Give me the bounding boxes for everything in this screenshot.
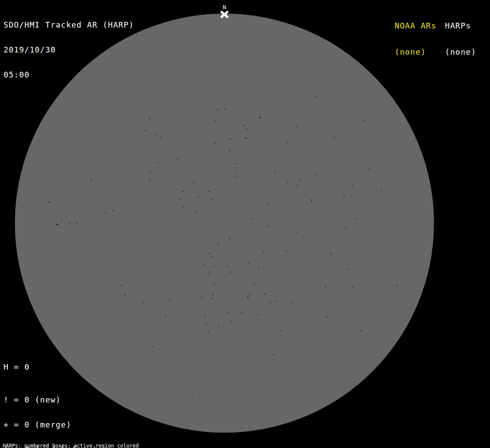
speck: [204, 265, 205, 266]
title-block: SDO/HMI Tracked AR (HARP) 2019/10/30 05:…: [4, 4, 134, 95]
speck: [145, 130, 146, 131]
observation-time: 05:00: [4, 70, 134, 79]
speck: [192, 393, 192, 394]
speck: [224, 108, 225, 109]
speck: [158, 162, 158, 163]
north-label: N: [218, 4, 231, 10]
speck: [148, 119, 149, 120]
speck: [325, 287, 326, 287]
speck: [251, 218, 252, 219]
speck: [212, 298, 213, 299]
speck: [77, 223, 77, 224]
speck: [347, 269, 348, 270]
speck: [287, 142, 287, 143]
speck: [150, 117, 150, 118]
speck: [352, 287, 353, 288]
speck: [248, 262, 249, 263]
speck: [291, 301, 292, 302]
speck: [351, 195, 352, 196]
speck: [149, 180, 150, 181]
speck: [333, 137, 334, 138]
speck: [274, 172, 275, 173]
speck: [360, 330, 361, 331]
speck: [280, 330, 281, 331]
speck: [230, 139, 231, 140]
solar-harp-map: SDO/HMI Tracked AR (HARP) 2019/10/30 05:…: [0, 0, 490, 448]
speck: [196, 211, 197, 212]
speck: [49, 201, 49, 203]
footer-line-harps: HARPs: numbered boxes; active region col…: [3, 443, 182, 448]
speck: [296, 232, 297, 233]
speck: [183, 207, 184, 208]
speck: [263, 251, 264, 252]
speck: [214, 284, 215, 285]
footer-notes: HARPs: numbered boxes; active region col…: [3, 433, 182, 448]
speck: [229, 150, 230, 151]
speck: [300, 180, 301, 181]
speck: [218, 326, 219, 326]
speck: [267, 226, 268, 227]
speck: [208, 331, 209, 332]
speck: [169, 299, 170, 300]
speck: [121, 285, 122, 286]
harps-label: HARPs: [445, 21, 476, 30]
speck: [205, 316, 206, 317]
speck: [202, 297, 203, 298]
speck: [247, 297, 248, 298]
speck: [214, 143, 215, 144]
speck: [327, 317, 328, 318]
speck: [286, 251, 287, 252]
speck: [254, 283, 255, 284]
speck: [91, 180, 91, 181]
speck: [161, 137, 161, 138]
speck: [205, 168, 206, 168]
speck: [246, 129, 247, 130]
speck: [213, 294, 214, 295]
speck: [331, 254, 332, 255]
speck: [69, 223, 70, 224]
speck: [179, 199, 180, 200]
speck: [101, 200, 102, 200]
speck: [345, 228, 346, 229]
speck: [125, 295, 126, 296]
speck: [363, 120, 364, 121]
speck: [258, 315, 259, 315]
speck: [209, 253, 210, 254]
speck: [211, 256, 212, 257]
speck: [209, 275, 210, 276]
speck: [215, 121, 216, 122]
speck: [150, 172, 150, 172]
speck: [275, 301, 276, 301]
north-cross-icon: [220, 10, 229, 18]
speck: [105, 213, 106, 214]
speck: [356, 218, 357, 219]
speck: [369, 169, 370, 170]
speck: [242, 312, 242, 313]
speck: [326, 315, 326, 316]
speck: [330, 252, 331, 253]
speck: [234, 176, 235, 177]
speck: [230, 272, 231, 273]
speck: [296, 126, 297, 127]
legend-item-merge: + = 0 (merge): [4, 420, 103, 429]
noaa-ars-value: (none): [395, 48, 437, 56]
speck: [259, 117, 260, 118]
speck: [165, 315, 166, 316]
harp-count: H = 0: [4, 363, 30, 371]
speck: [213, 266, 214, 266]
speck: [228, 312, 229, 313]
speck: [273, 354, 274, 355]
speck: [177, 158, 178, 159]
speck: [112, 210, 113, 211]
legend-item-new: ! = 0 (new): [4, 396, 103, 404]
speck: [197, 196, 198, 197]
page-title: SDO/HMI Tracked AR (HARP): [4, 21, 134, 29]
speck: [245, 137, 246, 138]
speck: [268, 203, 269, 204]
speck: [315, 174, 316, 175]
observation-date: 2019/10/30: [4, 46, 134, 54]
speck: [218, 244, 219, 245]
speck: [209, 191, 210, 192]
speck: [143, 302, 144, 303]
speck: [312, 201, 312, 202]
